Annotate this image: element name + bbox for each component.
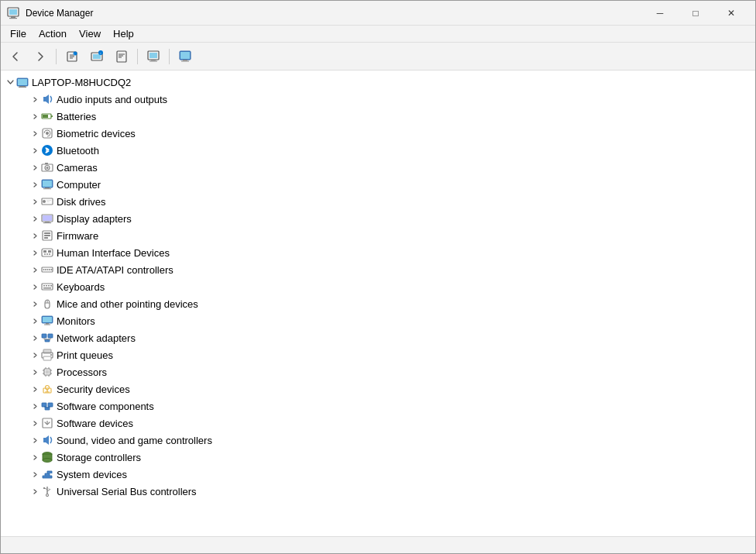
disk-icon xyxy=(41,195,53,208)
window-title: Device Manager xyxy=(26,8,642,19)
toolbar-separator-3 xyxy=(169,49,170,64)
tree-root[interactable]: LAPTOP-M8HUCDQ2 xyxy=(1,74,755,91)
sound-icon xyxy=(41,434,53,446)
tree-item-software-components[interactable]: Software components xyxy=(1,397,755,415)
menu-view[interactable]: View xyxy=(73,26,107,41)
svg-rect-81 xyxy=(42,334,46,338)
tree-item-sound[interactable]: Sound, video and game controllers xyxy=(1,432,755,449)
svg-rect-117 xyxy=(43,487,45,489)
tree-item-hid[interactable]: Human Interface Devices xyxy=(1,244,755,261)
tree-item-disk[interactable]: Disk drives xyxy=(1,193,755,210)
tree-item-display[interactable]: Display adapters xyxy=(1,210,755,227)
tree-item-system[interactable]: System devices xyxy=(1,466,755,483)
tree-item-software-devices[interactable]: Software devices xyxy=(1,415,755,432)
hid-chevron xyxy=(29,246,41,259)
svg-rect-48 xyxy=(46,201,50,202)
svg-rect-55 xyxy=(44,235,50,236)
svg-rect-44 xyxy=(43,188,51,189)
svg-rect-56 xyxy=(44,237,48,239)
svg-rect-14 xyxy=(117,51,126,62)
tree-item-computer[interactable]: Computer xyxy=(1,176,755,193)
keyboards-chevron xyxy=(29,280,41,293)
svg-rect-73 xyxy=(50,285,52,287)
svg-text:i: i xyxy=(101,50,101,54)
uninstall-button[interactable] xyxy=(110,46,133,67)
firmware-chevron xyxy=(29,229,41,242)
svg-point-120 xyxy=(46,494,49,497)
network-label: Network adapters xyxy=(57,332,136,344)
tree-item-usb[interactable]: Universal Serial Bus controllers xyxy=(1,483,755,500)
tree-item-firmware[interactable]: Firmware xyxy=(1,227,755,244)
toolbar-separator-1 xyxy=(56,49,57,64)
minimize-button[interactable]: ─ xyxy=(642,1,678,26)
batteries-icon xyxy=(41,110,53,122)
svg-rect-11 xyxy=(93,54,101,59)
sound-chevron xyxy=(29,434,41,446)
svg-point-102 xyxy=(46,386,50,390)
update-driver-button[interactable]: i xyxy=(85,46,108,67)
menu-file[interactable]: File xyxy=(4,26,33,41)
back-button[interactable] xyxy=(4,46,27,67)
svg-rect-28 xyxy=(19,86,26,87)
app-icon xyxy=(7,7,19,19)
tree-item-processors[interactable]: Processors xyxy=(1,363,755,380)
tree-item-monitors[interactable]: Monitors xyxy=(1,312,755,329)
ide-label: IDE ATA/ATAPI controllers xyxy=(57,264,174,276)
biometric-chevron xyxy=(29,127,41,139)
svg-point-61 xyxy=(46,253,48,255)
toolbar: i i xyxy=(1,43,755,71)
svg-rect-32 xyxy=(43,115,48,118)
bluetooth-label: Bluetooth xyxy=(57,145,99,157)
software-components-label: Software components xyxy=(57,401,154,412)
tree-item-audio[interactable]: Audio inputs and outputs xyxy=(1,91,755,108)
system-icon xyxy=(41,468,53,480)
properties-button[interactable]: i xyxy=(60,46,84,67)
tree-item-mice[interactable]: Mice and other pointing devices xyxy=(1,295,755,312)
tree-item-ide[interactable]: IDE ATA/ATAPI controllers xyxy=(1,261,755,278)
device-manager-window: Device Manager ─ □ ✕ File Action View He… xyxy=(0,0,756,554)
tree-item-biometric[interactable]: Biometric devices xyxy=(1,125,755,142)
svg-point-39 xyxy=(46,167,49,169)
tree-item-batteries[interactable]: Batteries xyxy=(1,108,755,125)
svg-point-62 xyxy=(49,253,50,255)
root-icon xyxy=(16,76,29,88)
menu-help[interactable]: Help xyxy=(107,26,140,41)
tree-item-network[interactable]: Network adapters xyxy=(1,329,755,346)
svg-rect-43 xyxy=(45,188,50,188)
storage-chevron xyxy=(29,451,41,463)
svg-rect-33 xyxy=(51,115,53,117)
tree-item-bluetooth[interactable]: Bluetooth xyxy=(1,142,755,159)
tree-item-storage[interactable]: Storage controllers xyxy=(1,449,755,466)
tree-item-keyboards[interactable]: Keyboards xyxy=(1,278,755,295)
disk-chevron xyxy=(29,195,41,208)
svg-point-60 xyxy=(44,253,46,255)
svg-rect-71 xyxy=(46,285,47,287)
system-chevron xyxy=(29,468,41,480)
bluetooth-chevron xyxy=(29,144,41,157)
svg-line-107 xyxy=(44,407,47,408)
menu-action[interactable]: Action xyxy=(33,26,73,41)
network-chevron xyxy=(29,332,41,344)
sound-label: Sound, video and game controllers xyxy=(57,435,212,446)
svg-rect-57 xyxy=(42,249,53,256)
maximize-button[interactable]: □ xyxy=(678,1,713,26)
tree-item-print[interactable]: Print queues xyxy=(1,346,755,363)
tree-item-cameras[interactable]: Cameras xyxy=(1,159,755,176)
software-components-icon xyxy=(41,400,53,412)
print-chevron xyxy=(29,349,41,361)
svg-rect-40 xyxy=(45,163,48,164)
content-area[interactable]: LAPTOP-M8HUCDQ2 Audio inputs and outputs xyxy=(1,71,755,536)
software-devices-icon xyxy=(41,417,53,429)
forward-button[interactable] xyxy=(29,46,52,67)
svg-point-46 xyxy=(43,200,46,203)
tree-item-security[interactable]: Security devices xyxy=(1,380,755,397)
ide-chevron xyxy=(29,263,41,276)
close-button[interactable]: ✕ xyxy=(713,1,749,26)
svg-marker-119 xyxy=(48,488,51,490)
scan-button[interactable] xyxy=(142,46,165,67)
title-bar: Device Manager ─ □ ✕ xyxy=(1,1,755,26)
display-button[interactable] xyxy=(174,46,197,67)
svg-rect-58 xyxy=(43,250,46,253)
svg-rect-78 xyxy=(43,317,52,322)
root-chevron xyxy=(4,76,16,88)
